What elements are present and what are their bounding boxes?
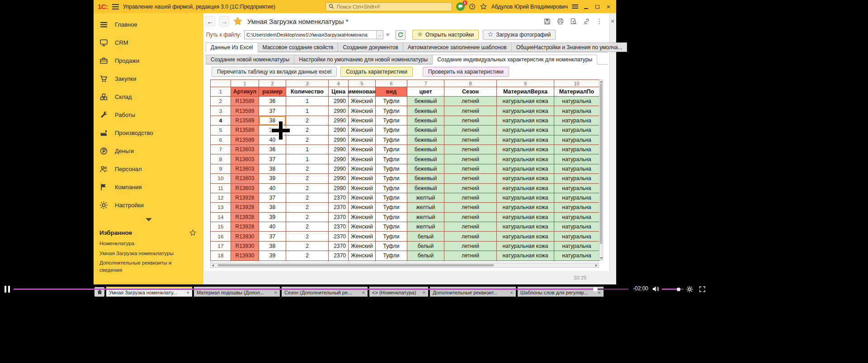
cell-size[interactable]: 39 xyxy=(259,251,286,261)
column-number[interactable]: 6 xyxy=(376,80,407,87)
row-number[interactable]: 5 xyxy=(211,126,231,135)
cell-material-sole[interactable]: натуральна xyxy=(554,222,599,232)
favorite-link[interactable]: Дополнительные реквизиты и сведения xyxy=(94,258,203,275)
cell-article[interactable]: R13589 xyxy=(231,116,259,126)
sidebar-item[interactable]: Склад xyxy=(94,88,203,106)
file-path-input[interactable] xyxy=(245,32,376,37)
cell-quantity[interactable]: 2 xyxy=(286,251,329,261)
save-icon[interactable] xyxy=(543,18,551,25)
browse-button[interactable]: ... xyxy=(376,31,383,39)
forward-button[interactable]: → xyxy=(219,16,229,26)
cell-season[interactable]: летний xyxy=(444,154,497,164)
cell-article[interactable]: R13603 xyxy=(231,164,259,174)
cell-size[interactable]: 39 xyxy=(259,174,286,183)
cell-size[interactable]: 37 xyxy=(259,106,286,116)
cell-kind[interactable]: Туфли xyxy=(376,164,407,174)
cell-material-top[interactable]: натуральная кожа xyxy=(497,203,554,212)
action-button[interactable]: Проверить на характеристики xyxy=(423,67,509,77)
cell-kind[interactable]: Туфли xyxy=(376,154,407,164)
cell-color[interactable]: бежевый xyxy=(407,97,444,106)
column-header[interactable]: Цена xyxy=(329,87,349,97)
progress-knob[interactable] xyxy=(593,287,598,292)
tab[interactable]: Автоматическое заполнение шаблонов xyxy=(403,42,512,52)
cell-color[interactable]: бежевый xyxy=(407,174,444,183)
cell-name[interactable]: Женский xyxy=(349,174,376,183)
cell-kind[interactable]: Туфли xyxy=(376,251,407,261)
cell-size[interactable]: 39 xyxy=(259,213,286,222)
cell-name[interactable]: Женский xyxy=(349,251,376,261)
cell-material-top[interactable]: натуральная кожа xyxy=(497,174,554,183)
notifications-button[interactable]: 1 xyxy=(456,2,465,11)
scroll-left-icon[interactable] xyxy=(212,264,214,267)
history-icon[interactable] xyxy=(469,3,476,10)
main-menu-icon[interactable] xyxy=(112,4,119,9)
cell-season[interactable]: летний xyxy=(444,145,497,154)
cell-quantity[interactable]: 2 xyxy=(286,242,329,251)
cell-name[interactable]: Женский xyxy=(349,97,376,106)
cell-price[interactable]: 2370 xyxy=(329,251,349,261)
cell-season[interactable]: летний xyxy=(444,193,497,203)
cell-price[interactable]: 2370 xyxy=(329,203,349,212)
column-number[interactable]: 5 xyxy=(349,80,376,87)
favorite-link[interactable]: Номенклатура xyxy=(94,239,203,249)
row-number[interactable]: 14 xyxy=(211,213,231,222)
cell-size[interactable]: 37 xyxy=(259,193,286,203)
cell-price[interactable]: 2370 xyxy=(329,222,349,232)
cell-kind[interactable]: Туфли xyxy=(376,222,407,232)
cell-material-top[interactable]: натуральная кожа xyxy=(497,116,554,126)
cell-season[interactable]: летний xyxy=(444,242,497,251)
action-button[interactable]: Перечитать таблицу из вкладки данные exc… xyxy=(212,67,337,77)
global-search[interactable] xyxy=(326,2,452,11)
row-number[interactable]: 6 xyxy=(211,135,231,145)
cell-material-top[interactable]: натуральная кожа xyxy=(497,154,554,164)
cell-name[interactable]: Женский xyxy=(349,222,376,232)
horizontal-scroll-thumb[interactable] xyxy=(218,264,494,266)
cell-quantity[interactable]: 2 xyxy=(286,174,329,183)
file-path-field[interactable]: ... xyxy=(244,30,383,39)
cell-quantity[interactable]: 2 xyxy=(286,213,329,222)
cell-price[interactable]: 2370 xyxy=(329,242,349,251)
window-close-button[interactable]: × xyxy=(605,3,612,11)
tab[interactable]: ОбщиеНастройки и Значения по умолча... xyxy=(512,42,627,52)
cell-quantity[interactable]: 1 xyxy=(286,106,329,116)
cell-name[interactable]: Женский xyxy=(349,193,376,203)
cell-price[interactable]: 2990 xyxy=(329,126,349,135)
row-number[interactable]: 1 xyxy=(211,87,231,97)
cell-color[interactable]: бежевый xyxy=(407,135,444,145)
cell-material-sole[interactable]: натуральна xyxy=(554,184,599,193)
cell-material-sole[interactable]: натуральна xyxy=(554,203,599,212)
restore-button[interactable] xyxy=(594,3,601,11)
cell-material-sole[interactable]: натуральна xyxy=(554,242,599,251)
print-icon[interactable] xyxy=(557,18,564,25)
column-header[interactable]: Количество xyxy=(286,87,329,97)
row-number[interactable]: 12 xyxy=(211,193,231,203)
cell-article[interactable]: R13928 xyxy=(231,213,259,222)
cell-price[interactable]: 2370 xyxy=(329,232,349,241)
cell-season[interactable]: летний xyxy=(444,203,497,212)
cell-kind[interactable]: Туфли xyxy=(376,242,407,251)
cell-kind[interactable]: Туфли xyxy=(376,97,407,106)
cell-article[interactable]: R13930 xyxy=(231,251,259,261)
cell-article[interactable]: R13930 xyxy=(231,242,259,251)
cell-size[interactable]: 40 xyxy=(259,184,286,193)
column-number[interactable]: 10 xyxy=(554,80,599,87)
cell-material-sole[interactable]: натуральна xyxy=(554,213,599,222)
progress-bar[interactable] xyxy=(14,289,628,290)
column-number[interactable]: 3 xyxy=(286,80,329,87)
cell-name[interactable]: Женский xyxy=(349,106,376,116)
sidebar-item[interactable]: Работы xyxy=(94,106,203,124)
cell-quantity[interactable]: 1 xyxy=(286,145,329,154)
column-number[interactable]: 2 xyxy=(259,80,286,87)
cell-kind[interactable]: Туфли xyxy=(376,135,407,145)
cell-article[interactable]: R13589 xyxy=(231,97,259,106)
cell-quantity[interactable]: 2 xyxy=(286,184,329,193)
cell-material-top[interactable]: натуральная кожа xyxy=(497,232,554,241)
cell-price[interactable]: 2990 xyxy=(329,145,349,154)
favorite-star-icon[interactable] xyxy=(233,17,242,26)
cell-kind[interactable]: Туфли xyxy=(376,116,407,126)
cell-season[interactable]: летний xyxy=(444,222,497,232)
cell-material-top[interactable]: натуральная кожа xyxy=(497,164,554,174)
column-header[interactable]: Сезон xyxy=(444,87,497,97)
sidebar-item[interactable]: Закупки xyxy=(94,70,203,88)
cell-article[interactable]: R13928 xyxy=(231,222,259,232)
